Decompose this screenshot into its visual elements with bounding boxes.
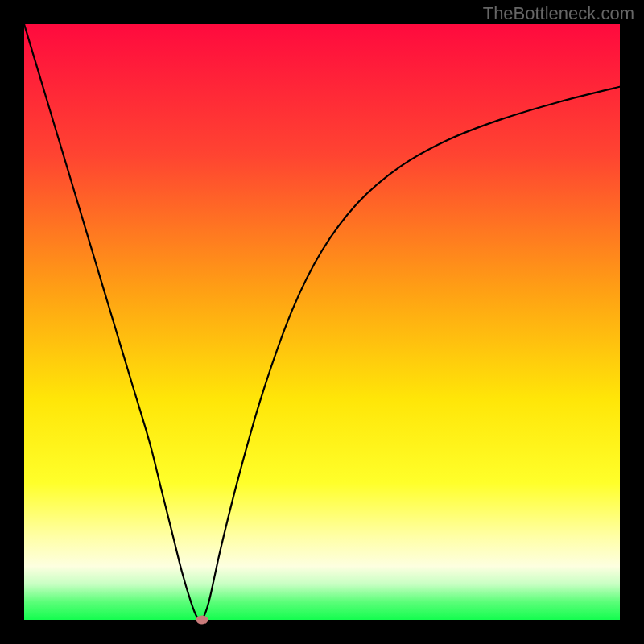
watermark-text: TheBottleneck.com [483,3,634,24]
bottleneck-curve [24,24,620,620]
chart-frame [24,24,620,620]
plot-area [24,24,620,620]
minimum-marker [196,616,208,625]
